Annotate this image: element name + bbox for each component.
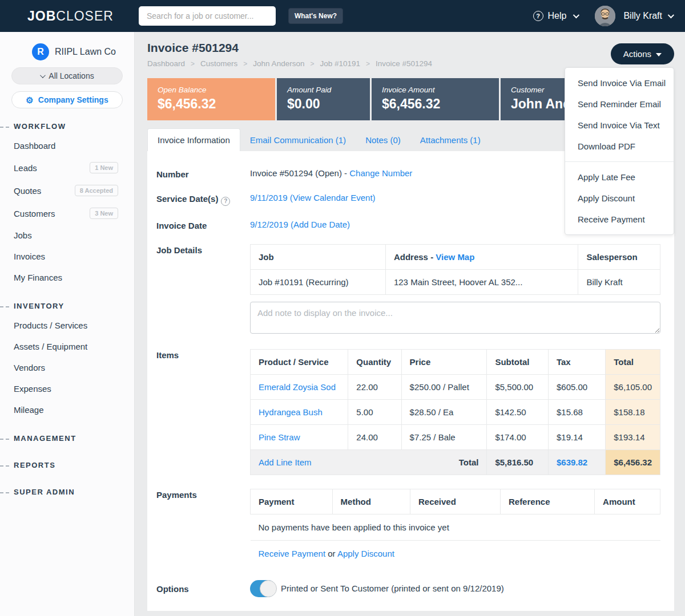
sidebar-item-invoices[interactable]: Invoices bbox=[0, 246, 134, 267]
item-subtotal: $174.00 bbox=[487, 424, 549, 449]
tab-attachments[interactable]: Attachments (1) bbox=[410, 129, 490, 151]
user-menu[interactable]: Billy Kraft bbox=[623, 11, 672, 21]
salesperson-cell: Billy Kraft bbox=[578, 269, 660, 294]
tab-notes[interactable]: Notes (0) bbox=[356, 129, 410, 151]
job-cell: Job #10191 (Recurring) bbox=[251, 269, 386, 294]
help-menu[interactable]: ? Help bbox=[533, 11, 578, 21]
printed-sent-text: Printed or Sent To Customer (printed or … bbox=[281, 583, 504, 593]
company-header: R RIIPL Lawn Co bbox=[32, 43, 134, 60]
menu-item-apply-discount[interactable]: Apply Discount bbox=[565, 188, 674, 209]
avatar-image bbox=[595, 6, 615, 26]
menu-item-send-invoice-text[interactable]: Send Invoice Via Text bbox=[565, 115, 674, 136]
tax-header: Tax bbox=[548, 349, 605, 374]
chevron-down-icon bbox=[668, 12, 674, 18]
item-total: $193.14 bbox=[606, 424, 660, 449]
invoice-date-link[interactable]: 9/12/2019 (Add Due Date) bbox=[250, 220, 350, 229]
breadcrumb-customer-name[interactable]: John Anderson bbox=[253, 59, 304, 68]
salesperson-column-header: Salesperson bbox=[578, 244, 660, 269]
sidebar-section-reports[interactable]: REPORTS bbox=[0, 456, 134, 474]
service-date-link[interactable]: 9/11/2019 (View Calendar Event) bbox=[250, 193, 376, 202]
menu-item-apply-late-fee[interactable]: Apply Late Fee bbox=[565, 167, 674, 188]
search-input[interactable] bbox=[139, 6, 276, 26]
app-logo-light: CLOSER bbox=[56, 9, 114, 23]
payment-actions-row: Receive Payment or Apply Discount bbox=[251, 540, 660, 566]
footer-subtotal: $5,816.50 bbox=[487, 449, 549, 475]
no-payments-message: No payments have been applied to this in… bbox=[251, 514, 660, 540]
sidebar-item-products-services[interactable]: Products / Services bbox=[0, 315, 134, 336]
menu-item-download-pdf[interactable]: Download PDF bbox=[565, 136, 674, 157]
items-table: Product / Service Quantity Price Subtota… bbox=[250, 349, 660, 475]
tab-invoice-information[interactable]: Invoice Information bbox=[147, 128, 240, 151]
stat-invoice-amount: Invoice Amount $6,456.32 bbox=[372, 78, 499, 120]
sidebar-section-super-admin[interactable]: SUPER ADMIN bbox=[0, 483, 134, 501]
sidebar-item-leads[interactable]: Leads1 New bbox=[0, 156, 134, 179]
leads-badge: 1 New bbox=[90, 162, 118, 173]
payments-label: Payments bbox=[156, 489, 250, 566]
sidebar-item-expenses[interactable]: Expenses bbox=[0, 378, 134, 399]
total-header: Total bbox=[606, 349, 660, 374]
toggle-knob bbox=[260, 580, 277, 597]
service-date-label: Service Date(s) bbox=[156, 194, 218, 204]
items-header-row: Product / Service Quantity Price Subtota… bbox=[251, 349, 660, 374]
menu-item-send-reminder-email[interactable]: Send Reminder Email bbox=[565, 94, 674, 115]
stat-amount-paid: Amount Paid $0.00 bbox=[277, 78, 370, 120]
items-label: Items bbox=[156, 349, 250, 475]
sidebar: R RIIPL Lawn Co All Locations ⚙ Company … bbox=[0, 32, 135, 616]
change-number-link[interactable]: Change Number bbox=[349, 168, 412, 178]
footer-grand-total: $6,456.32 bbox=[606, 449, 660, 475]
printed-sent-toggle[interactable] bbox=[250, 580, 276, 597]
item-product-link[interactable]: Emerald Zoysia Sod bbox=[259, 382, 336, 392]
chevron-down-icon bbox=[40, 72, 46, 78]
receive-payment-link[interactable]: Receive Payment bbox=[259, 549, 326, 558]
address-cell: 123 Main Street, Hoover AL 352... bbox=[385, 269, 578, 294]
sidebar-item-my-finances[interactable]: My Finances bbox=[0, 267, 134, 288]
sidebar-section-management[interactable]: MANAGEMENT bbox=[0, 429, 134, 447]
quotes-badge: 8 Accepted bbox=[75, 185, 118, 196]
top-navbar: JOBCLOSER What's New? ? Help Billy Kraft bbox=[0, 0, 685, 32]
breadcrumb-dashboard[interactable]: Dashboard bbox=[147, 59, 185, 68]
sidebar-item-customers[interactable]: Customers3 New bbox=[0, 202, 134, 225]
item-price: $7.25 / Bale bbox=[401, 424, 487, 449]
item-row: Pine Straw 24.00 $7.25 / Bale $174.00 $1… bbox=[251, 424, 660, 449]
item-subtotal: $5,500.00 bbox=[487, 374, 549, 399]
item-product-link[interactable]: Pine Straw bbox=[259, 432, 300, 442]
whats-new-button[interactable]: What's New? bbox=[288, 8, 343, 24]
item-row: Hydrangea Bush 5.00 $28.50 / Ea $142.50 … bbox=[251, 399, 660, 424]
actions-dropdown-menu: Send Invoice Via Email Send Reminder Ema… bbox=[565, 67, 674, 235]
item-product-link[interactable]: Hydrangea Bush bbox=[259, 407, 323, 417]
footer-tax[interactable]: $639.82 bbox=[548, 449, 605, 475]
job-column-header: Job bbox=[251, 244, 386, 269]
item-tax: $15.68 bbox=[548, 399, 605, 424]
sidebar-item-assets-equipment[interactable]: Assets / Equipment bbox=[0, 336, 134, 357]
subtotal-header: Subtotal bbox=[487, 349, 549, 374]
invoice-date-label: Invoice Date bbox=[156, 220, 250, 230]
company-settings-button[interactable]: ⚙ Company Settings bbox=[11, 91, 123, 108]
breadcrumb-customers[interactable]: Customers bbox=[200, 59, 237, 68]
question-circle-icon[interactable]: ? bbox=[221, 197, 230, 206]
method-header: Method bbox=[332, 489, 410, 514]
payments-section: Payments Payment Method Received Referen… bbox=[156, 489, 660, 566]
actions-button[interactable]: Actions bbox=[611, 43, 674, 64]
quantity-header: Quantity bbox=[348, 349, 401, 374]
apply-discount-link[interactable]: Apply Discount bbox=[337, 549, 394, 558]
menu-item-receive-payment[interactable]: Receive Payment bbox=[565, 209, 674, 230]
user-name: Billy Kraft bbox=[623, 11, 662, 21]
sidebar-item-jobs[interactable]: Jobs bbox=[0, 225, 134, 246]
sidebar-item-vendors[interactable]: Vendors bbox=[0, 357, 134, 378]
menu-item-send-invoice-email[interactable]: Send Invoice Via Email bbox=[565, 72, 674, 94]
avatar[interactable] bbox=[595, 6, 615, 26]
sidebar-item-mileage[interactable]: Mileage bbox=[0, 399, 134, 420]
tab-email-communication[interactable]: Email Communication (1) bbox=[240, 129, 356, 151]
add-line-item-link[interactable]: Add Line Item bbox=[259, 457, 312, 467]
app-logo: JOBCLOSER bbox=[27, 9, 114, 24]
all-locations-select[interactable]: All Locations bbox=[11, 67, 123, 84]
sidebar-item-quotes[interactable]: Quotes8 Accepted bbox=[0, 179, 134, 202]
breadcrumb-invoice[interactable]: Invoice #501294 bbox=[376, 59, 432, 68]
breadcrumb-job[interactable]: Job #10191 bbox=[320, 59, 360, 68]
view-map-link[interactable]: View Map bbox=[436, 252, 474, 262]
sidebar-item-dashboard[interactable]: Dashboard bbox=[0, 135, 134, 156]
invoice-note-input[interactable] bbox=[250, 302, 660, 334]
sidebar-section-workflow: WORKFLOW bbox=[0, 117, 134, 135]
reference-header: Reference bbox=[500, 489, 594, 514]
app-logo-bold: JOB bbox=[27, 9, 56, 23]
